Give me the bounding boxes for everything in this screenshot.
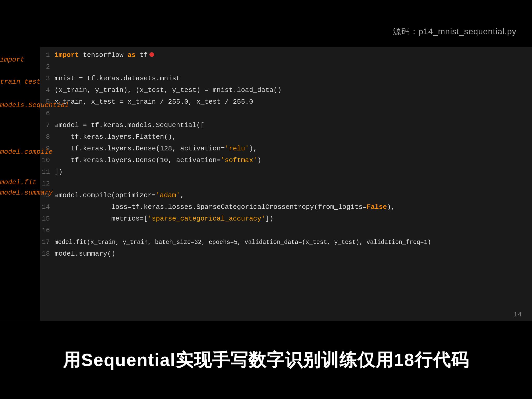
line-content-4: (x_train, y_train), (x_test, y_test) = m… (55, 84, 282, 96)
subtitle-text: 用Sequential实现手写数字识别训练仅用18行代码 (63, 348, 469, 372)
collapse-icon-13[interactable]: ⊟ (55, 192, 58, 199)
line-number-4: 4 (40, 84, 55, 96)
line-number-2: 2 (40, 61, 55, 73)
line-number-10: 10 (40, 155, 55, 166)
line-content-3: mnist = tf.keras.datasets.mnist (55, 73, 180, 84)
code-line-2: 2 (40, 61, 532, 73)
sidebar-item-model-summary: model.summary (0, 189, 53, 197)
line-content-5: x_train, x_test = x_train / 255.0, x_tes… (55, 96, 253, 108)
line-content-9: tf.keras.layers.Dense(128, activation='r… (55, 143, 257, 155)
line-content-1: import tensorflow as tf (55, 49, 154, 61)
collapse-icon-7[interactable]: ⊟ (55, 122, 58, 129)
line-number-14: 14 (40, 201, 55, 213)
sidebar-item-model-fit: model.fit (0, 178, 36, 186)
line-number-18: 18 (40, 248, 55, 260)
line-content-10: tf.keras.layers.Dense(10, activation='so… (55, 155, 261, 166)
line-number-6: 6 (40, 108, 55, 119)
source-label: 源码：p14_mnist_sequential.py (393, 26, 516, 37)
line-number-15: 15 (40, 213, 55, 225)
code-line-12: 12 (40, 178, 532, 190)
code-line-11: 11 ]) (40, 166, 532, 178)
cursor-dot (149, 52, 154, 57)
code-line-17: 17 model.fit(x_train, y_train, batch_siz… (40, 236, 532, 248)
sidebar-item-train-test: train test (0, 78, 41, 86)
code-line-15: 15 metrics=['sparse_categorical_accuracy… (40, 213, 532, 225)
code-line-8: 8 tf.keras.layers.Flatten(), (40, 131, 532, 143)
line-number-11: 11 (40, 166, 55, 178)
line-content-11: ]) (55, 166, 63, 178)
line-number-16: 16 (40, 225, 55, 236)
line-content-14: loss=tf.keras.losses.SparseCategoricalCr… (55, 201, 395, 213)
page-number: 14 (514, 311, 522, 318)
code-line-14: 14 loss=tf.keras.losses.SparseCategorica… (40, 201, 532, 213)
line-content-18: model.summary() (55, 248, 115, 260)
line-number-1: 1 (40, 49, 55, 61)
code-line-3: 3 mnist = tf.keras.datasets.mnist (40, 73, 532, 84)
sidebar-item-model-compile: model.compile (0, 148, 53, 156)
line-content-8: tf.keras.layers.Flatten(), (55, 131, 176, 143)
line-number-17: 17 (40, 236, 55, 248)
code-editor: 1 import tensorflow as tf 2 3 mnist = tf… (40, 47, 532, 321)
sidebar-item-models-sequential: models.Sequential (0, 101, 69, 109)
sidebar-item-import: import (0, 56, 24, 64)
line-number-7: 7 (40, 119, 55, 131)
line-number-12: 12 (40, 178, 55, 190)
line-number-3: 3 (40, 73, 55, 84)
code-line-5: 5 x_train, x_test = x_train / 255.0, x_t… (40, 96, 532, 108)
line-content-13: ⊟model.compile(optimizer='adam', (55, 190, 184, 202)
line-content-17: model.fit(x_train, y_train, batch_size=3… (55, 237, 431, 248)
code-line-6: 6 (40, 108, 532, 119)
line-content-15: metrics=['sparse_categorical_accuracy']) (55, 213, 274, 225)
code-line-9: 9 tf.keras.layers.Dense(128, activation=… (40, 143, 532, 155)
line-number-8: 8 (40, 131, 55, 143)
code-line-13: 13 ⊟model.compile(optimizer='adam', (40, 190, 532, 201)
code-line-10: 10 tf.keras.layers.Dense(10, activation=… (40, 155, 532, 166)
code-line-16: 16 (40, 225, 532, 236)
subtitle-bar: 用Sequential实现手写数字识别训练仅用18行代码 (0, 321, 532, 399)
code-line-18: 18 model.summary() (40, 248, 532, 260)
line-content-7: ⊟model = tf.keras.models.Sequential([ (55, 119, 204, 131)
code-line-1: 1 import tensorflow as tf (40, 49, 532, 61)
code-line-4: 4 (x_train, y_train), (x_test, y_test) =… (40, 84, 532, 96)
code-area: 1 import tensorflow as tf 2 3 mnist = tf… (40, 47, 532, 262)
code-line-7: 7 ⊟model = tf.keras.models.Sequential([ (40, 119, 532, 131)
